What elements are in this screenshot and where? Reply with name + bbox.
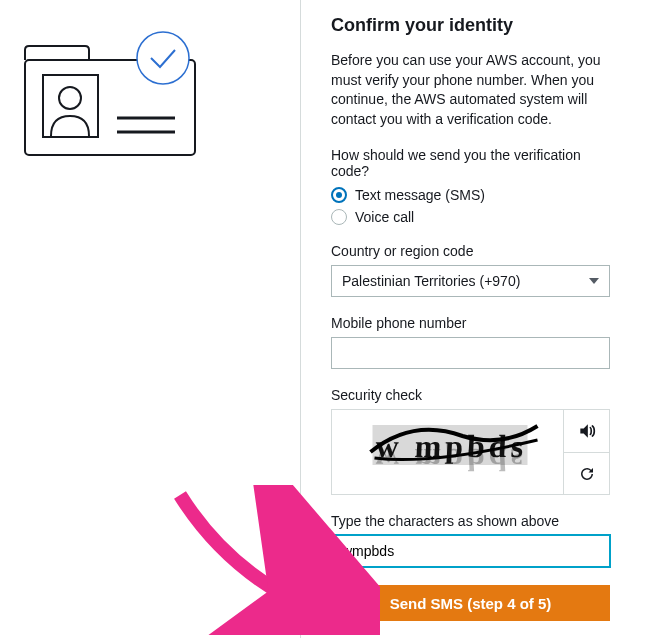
security-label: Security check <box>331 387 610 403</box>
radio-voice-label: Voice call <box>355 209 414 225</box>
svg-point-5 <box>137 32 189 84</box>
country-select-value: Palestinian Territories (+970) <box>342 273 520 289</box>
radio-icon <box>331 187 347 203</box>
radio-voice[interactable]: Voice call <box>331 209 610 225</box>
country-label: Country or region code <box>331 243 610 259</box>
country-select[interactable]: Palestinian Territories (+970) <box>331 265 610 297</box>
captcha-refresh-button[interactable] <box>564 453 609 495</box>
send-sms-button[interactable]: Send SMS (step 4 of 5) <box>331 585 610 621</box>
phone-label: Mobile phone number <box>331 315 610 331</box>
captcha-input[interactable] <box>331 535 610 567</box>
captcha-audio-button[interactable] <box>564 410 609 453</box>
captcha-type-label: Type the characters as shown above <box>331 513 610 529</box>
form-panel: Confirm your identity Before you can use… <box>300 0 650 638</box>
send-sms-button-label: Send SMS (step 4 of 5) <box>390 595 552 612</box>
svg-point-2 <box>59 87 81 109</box>
radio-icon <box>331 209 347 225</box>
captcha-controls <box>563 410 609 494</box>
radio-sms-label: Text message (SMS) <box>355 187 485 203</box>
svg-text:w  mpbds: w mpbds <box>375 442 528 478</box>
intro-paragraph: Before you can use your AWS account, you… <box>331 51 610 129</box>
page-title: Confirm your identity <box>331 15 610 36</box>
verification-method-question: How should we send you the verification … <box>331 147 610 179</box>
refresh-icon <box>578 465 596 483</box>
sound-icon <box>577 421 597 441</box>
chevron-down-icon <box>589 278 599 284</box>
captcha-box: w mpbds w mpbds <box>331 409 610 495</box>
radio-sms[interactable]: Text message (SMS) <box>331 187 610 203</box>
identity-illustration <box>15 20 205 160</box>
left-column <box>0 0 300 638</box>
captcha-image: w mpbds w mpbds <box>332 410 563 494</box>
phone-input[interactable] <box>331 337 610 369</box>
